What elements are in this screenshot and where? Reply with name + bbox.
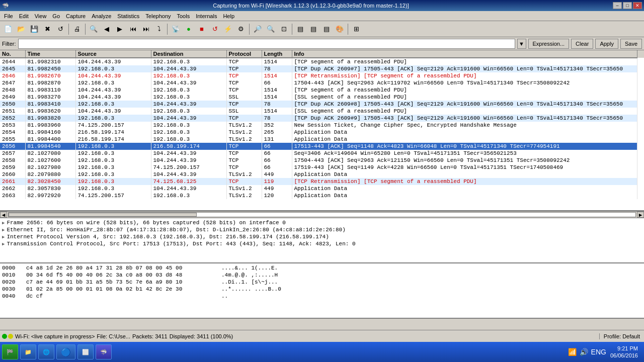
detail-row[interactable]: ▶Transmission Control Protocol, Src Port… bbox=[2, 240, 642, 247]
table-row[interactable]: 264981.9983270104.244.43.39192.168.0.3SS… bbox=[0, 94, 644, 101]
table-row[interactable]: 265982.1027980192.168.0.374.125.200.157T… bbox=[0, 164, 644, 171]
new-capture-btn[interactable]: 📄 bbox=[2, 23, 14, 35]
print-btn[interactable]: 🖨 bbox=[71, 23, 83, 35]
table-cell: 2650 bbox=[0, 101, 25, 108]
table-row[interactable]: 264681.9982670104.244.43.39192.168.0.3TC… bbox=[0, 72, 644, 79]
table-row[interactable]: 264881.9983110104.244.43.39192.168.0.3TC… bbox=[0, 86, 644, 94]
colorize-btn[interactable]: 🎨 bbox=[334, 23, 346, 35]
scroll-right-btn[interactable]: ▶ bbox=[637, 212, 644, 218]
table-row[interactable]: 265181.9983620104.244.43.39192.168.0.3SS… bbox=[0, 108, 644, 115]
table-cell: 352 bbox=[262, 122, 292, 129]
apply-button[interactable]: Apply bbox=[595, 39, 618, 49]
first-btn[interactable]: ⏮ bbox=[127, 23, 139, 35]
stop-btn[interactable]: ■ bbox=[196, 23, 208, 35]
col-header-proto[interactable]: Protocol bbox=[226, 50, 262, 58]
menu-item-tools[interactable]: Tools bbox=[174, 12, 193, 20]
capture-options-btn[interactable]: ⚙ bbox=[235, 23, 247, 35]
menu-item-file[interactable]: File bbox=[1, 12, 16, 20]
col-header-info[interactable]: Info bbox=[292, 50, 637, 58]
col-header-dst[interactable]: Destination bbox=[151, 50, 226, 58]
toggle-hex-btn[interactable]: ▤ bbox=[320, 23, 333, 35]
goto-btn[interactable]: ⤵ bbox=[153, 23, 165, 35]
toggle-detail-btn[interactable]: ▤ bbox=[307, 23, 319, 35]
close-button[interactable]: ✕ bbox=[633, 2, 642, 9]
start-btn[interactable]: ● bbox=[183, 23, 195, 35]
restart-btn[interactable]: ↺ bbox=[209, 23, 221, 35]
minimize-button[interactable]: – bbox=[613, 2, 622, 9]
table-row[interactable]: 266282.3057830192.168.0.3104.244.43.39TL… bbox=[0, 185, 644, 192]
scroll-thumb[interactable] bbox=[9, 213, 197, 217]
back-btn[interactable]: ◀ bbox=[101, 23, 113, 35]
file-explorer-btn[interactable]: 📁 bbox=[20, 344, 36, 359]
normal-size-btn[interactable]: ⊡ bbox=[278, 23, 290, 35]
table-cell: Application Data bbox=[292, 136, 637, 143]
col-header-no[interactable]: No. bbox=[0, 50, 25, 58]
table-cell: 66 bbox=[262, 157, 292, 164]
table-row[interactable]: 265081.9983410192.168.0.3104.244.43.39TC… bbox=[0, 101, 644, 108]
clear-button[interactable]: Clear bbox=[571, 39, 593, 49]
open-btn[interactable]: 📂 bbox=[15, 23, 27, 35]
toolbar-sep-5 bbox=[292, 24, 292, 35]
wireshark-btn[interactable]: 🦈 bbox=[96, 344, 112, 359]
menu-item-go[interactable]: Go bbox=[49, 12, 63, 20]
table-row[interactable]: 265381.998396074.125.200.157192.168.0.3T… bbox=[0, 122, 644, 129]
detail-row[interactable]: ▶Frame 2656: 66 bytes on wire (528 bits)… bbox=[2, 219, 642, 226]
toggle-list-btn[interactable]: ▤ bbox=[294, 23, 306, 35]
close-btn[interactable]: ✖ bbox=[41, 23, 53, 35]
maximize-button[interactable]: □ bbox=[623, 2, 632, 9]
save-btn[interactable]: 💾 bbox=[28, 23, 40, 35]
table-cell: Application Data bbox=[292, 129, 637, 136]
col-header-time[interactable]: Time bbox=[25, 50, 75, 58]
menu-item-telephony[interactable]: Telephony bbox=[142, 12, 174, 20]
expression-button[interactable]: Expression... bbox=[528, 39, 570, 49]
col-header-src[interactable]: Source bbox=[75, 50, 151, 58]
start-button[interactable]: 🏁 bbox=[2, 344, 18, 359]
table-row[interactable]: 264781.9982870192.168.0.3104.244.43.39TC… bbox=[0, 79, 644, 86]
interfaces-btn[interactable]: 📡 bbox=[170, 23, 182, 35]
filter-input[interactable] bbox=[18, 39, 515, 49]
save-button[interactable]: Save bbox=[620, 39, 642, 49]
menu-item-internals[interactable]: Internals bbox=[193, 12, 220, 20]
menu-item-edit[interactable]: Edit bbox=[16, 12, 32, 20]
menu-item-analyze[interactable]: Analyze bbox=[89, 12, 114, 20]
table-row[interactable]: 265481.9984160216.58.199.174192.168.0.3T… bbox=[0, 129, 644, 136]
packet-list[interactable]: No. Time Source Destination Protocol Len… bbox=[0, 50, 644, 211]
capture-filter-btn[interactable]: ⚡ bbox=[222, 23, 234, 35]
table-row[interactable]: 264581.9982450192.168.0.3104.244.43.39TC… bbox=[0, 65, 644, 72]
extra-btn[interactable]: ⊞ bbox=[350, 23, 362, 35]
detail-row[interactable]: ▶Internet Protocol Version 4, Src: 192.1… bbox=[2, 233, 642, 240]
menu-item-statistics[interactable]: Statistics bbox=[114, 12, 142, 20]
table-cell: 74.125.200.157 bbox=[151, 164, 226, 171]
zoom-in-btn[interactable]: 🔎 bbox=[252, 23, 264, 35]
table-cell: 192.168.0.3 bbox=[151, 192, 226, 199]
menu-item-capture[interactable]: Capture bbox=[63, 12, 89, 20]
windows-btn[interactable]: ⬜ bbox=[77, 344, 94, 359]
table-row[interactable]: 266182.3028450192.168.0.374.125.68.125TC… bbox=[0, 178, 644, 185]
col-header-len[interactable]: Length bbox=[262, 50, 292, 58]
detail-row[interactable]: ▶Ethernet II, Src: HonHaiPr_28:8b:07 (a4… bbox=[2, 226, 642, 233]
system-clock: 9:21 PM 06/06/2016 bbox=[610, 345, 638, 359]
last-btn[interactable]: ⏭ bbox=[140, 23, 152, 35]
zoom-out-btn[interactable]: 🔍 bbox=[265, 23, 277, 35]
chrome-btn[interactable]: 🔵 bbox=[56, 344, 75, 359]
menu-item-help[interactable]: Help bbox=[220, 12, 237, 20]
scroll-left-btn[interactable]: ◀ bbox=[0, 212, 7, 218]
horizontal-scrollbar[interactable]: ◀ ▶ bbox=[0, 211, 644, 218]
menu-item-view[interactable]: View bbox=[32, 12, 50, 20]
table-row[interactable]: 266382.997292074.125.200.157192.168.0.3T… bbox=[0, 192, 644, 199]
table-row[interactable]: 265581.9984400216.58.199.174192.168.0.3T… bbox=[0, 136, 644, 143]
table-row[interactable]: 264481.9982310104.244.43.39192.168.0.3TC… bbox=[0, 58, 644, 65]
table-row[interactable]: 265882.1027600192.168.0.3104.244.43.39TC… bbox=[0, 157, 644, 164]
table-row[interactable]: 265782.1027080192.168.0.3104.244.43.39TC… bbox=[0, 150, 644, 157]
table-row[interactable]: 265681.9984540192.168.0.3216.58.199.174T… bbox=[0, 143, 644, 150]
table-row[interactable]: 266082.2079880192.168.0.3104.244.43.39TL… bbox=[0, 171, 644, 178]
forward-btn[interactable]: ▶ bbox=[114, 23, 126, 35]
detail-text: Frame 2656: 66 bytes on wire (528 bits),… bbox=[7, 220, 286, 226]
ie-btn[interactable]: 🌐 bbox=[38, 344, 54, 359]
toolbar-sep-1 bbox=[68, 24, 69, 35]
reload-btn[interactable]: ↺ bbox=[54, 23, 66, 35]
filter-dropdown[interactable]: ▼ bbox=[517, 39, 526, 49]
table-row[interactable]: 265281.9983820192.168.0.3104.244.43.39TC… bbox=[0, 115, 644, 122]
find-btn[interactable]: 🔍 bbox=[88, 23, 100, 35]
scroll-track[interactable] bbox=[8, 212, 636, 217]
